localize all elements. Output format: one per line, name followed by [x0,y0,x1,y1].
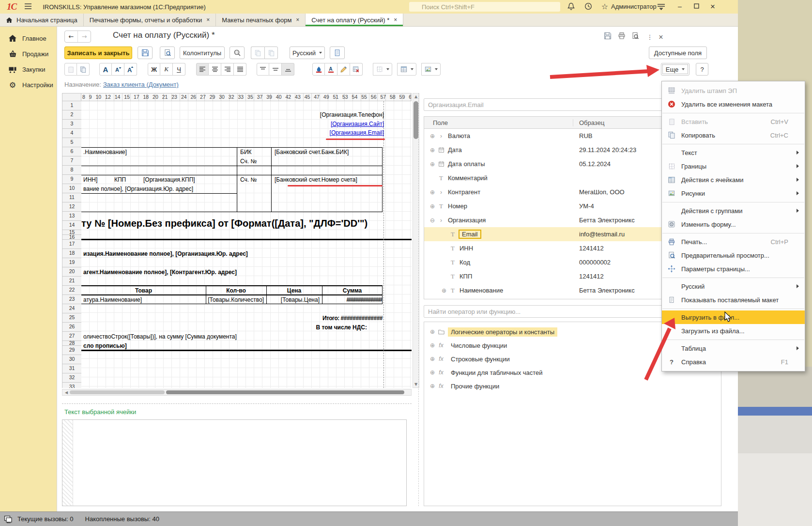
row-header[interactable]: 20 [62,267,81,277]
splitter-horizontal[interactable] [62,403,412,404]
sheet-column-headers[interactable]: 8 9 10 12 14 15 17 18 20 21 23 24 26 27 … [81,93,412,101]
splitter-vertical[interactable] [418,93,419,506]
language-dropdown[interactable]: Русский [290,46,325,59]
save-and-close-button[interactable]: Записать и закрыть [64,46,132,59]
cell-lines-count[interactable]: оличествоСтрок([Товары])], на сумму [Сум… [83,333,237,340]
row-header[interactable]: 33 [62,383,81,388]
field-sample[interactable]: Бетта Электроникс [579,217,635,224]
valign-bottom-button[interactable] [282,63,294,76]
menu-item[interactable]: Действия с ячейками [662,173,805,186]
cell-total[interactable]: Итого: ############## [286,315,383,322]
row-header[interactable]: 32 [62,373,81,383]
row-header[interactable]: 29 [62,346,81,355]
headers-footers-button[interactable]: Колонтитулы [180,46,225,59]
row-header[interactable]: 6 [62,147,81,156]
cell-org-site[interactable]: [Организация.Сайт] [306,121,384,127]
selected-cell-textarea[interactable] [62,419,407,506]
row-header[interactable]: 22 [62,286,81,295]
menu-item[interactable]: Копировать Ctrl+C [662,128,805,142]
expand-icon[interactable]: ⊕ [429,328,436,335]
field-name[interactable]: Контрагент [448,188,480,196]
field-sample[interactable]: Бетта Электроникс [579,287,635,294]
field-name[interactable]: ИНН [460,245,473,252]
help-button[interactable]: ? [696,63,708,76]
function-group-name[interactable]: Числовые функции [448,341,510,350]
tab-close-icon[interactable]: × [394,16,397,23]
print-icon[interactable] [616,32,628,43]
row-header[interactable]: 23 [62,295,81,304]
expand-icon[interactable]: ⊕ [429,342,436,349]
tab[interactable]: Печатные формы, отчеты и обработки × [84,14,216,26]
function-group-name[interactable]: Логические операторы и константы [448,327,557,337]
row-header[interactable]: 30 [62,355,81,364]
expand-icon[interactable]: ⊕ [429,147,436,154]
field-sample[interactable]: 05.12.2024 [579,160,611,168]
tab[interactable]: Счет на оплату (Русский) * × [306,14,403,26]
edit-pencil-button[interactable] [337,63,350,76]
field-sample[interactable]: 1241412 [579,273,604,280]
field-name[interactable]: Номер [448,202,467,210]
sidebar-item[interactable]: Закупки [0,62,57,77]
cell-item-name[interactable]: атура.Наименование] [83,296,142,303]
minimize-button[interactable]: – [674,2,686,12]
cell-bank-name[interactable]: .Наименование] [83,149,127,155]
row-header[interactable]: 1 [62,101,81,110]
italic-button[interactable]: К [160,63,173,76]
row-header[interactable]: 2 [62,110,81,120]
cell-col-price[interactable]: Цена [266,287,322,294]
menu-item[interactable]: Русский [662,279,805,293]
menu-item[interactable]: Таблица [662,341,805,355]
kebab-menu-icon[interactable]: ⋮ [644,32,656,43]
sheet-row-headers[interactable]: 1234567891011121314151617181920212223242… [62,101,81,388]
paste-button[interactable] [64,63,77,76]
expand-icon[interactable]: ⊕ [429,369,436,376]
cell-account-label2[interactable]: Сч. № [240,176,257,183]
row-header[interactable]: 24 [62,304,81,313]
column-field[interactable]: Поле [424,119,573,126]
favorites-star-icon[interactable]: ☆ [600,2,609,11]
menu-item[interactable]: Предварительный просмотр... [662,248,805,262]
valign-top-button[interactable] [257,63,269,76]
function-group-name[interactable]: Строковые функции [448,355,513,364]
decrease-font-button[interactable]: A [112,63,124,76]
field-name[interactable]: Email [459,230,481,239]
field-name[interactable]: Дата [448,146,462,154]
preview-button[interactable] [160,46,175,59]
user-name[interactable]: Администратор [611,3,657,10]
field-name[interactable]: Код [460,259,470,266]
underline-button[interactable]: Ч [173,63,185,76]
copy-style-button[interactable] [251,46,264,59]
cell-kpp-label[interactable]: КПП [114,176,126,183]
cell-account-value[interactable]: [Банковский счет.Номер счета] [275,176,357,183]
menu-item[interactable]: Удалить штамп ЭП [662,84,805,97]
row-header[interactable]: 8 [62,166,81,175]
vertical-scrollbar-thumb[interactable] [414,101,418,139]
history-icon[interactable] [584,2,593,11]
cell-item-qty[interactable]: [Товары.Количество] [206,296,264,303]
field-sample[interactable]: УМ-4 [579,202,594,210]
expand-icon[interactable]: ⊕ [429,203,436,210]
menu-item[interactable]: Вставить Ctrl+V [662,115,805,128]
menu-item[interactable] [662,111,805,115]
row-header[interactable]: 28 [62,341,81,346]
clear-cells-button[interactable] [350,63,363,76]
row-header[interactable]: 10 [62,184,81,193]
cell-col-sum[interactable]: Сумма [322,287,383,294]
menu-item[interactable]: Загрузить из файла... [662,324,805,338]
cell-account-label[interactable]: Сч. № [240,158,257,165]
menu-item[interactable]: Рисунки [662,186,805,200]
zoom-button[interactable] [230,46,245,59]
more-button[interactable]: Еще [661,63,689,76]
expand-icon[interactable]: ⊕ [429,356,436,362]
maximize-button[interactable] [690,2,702,12]
page-view-button[interactable] [330,46,345,59]
cell-customer[interactable]: агент.Наименование полное], [Контрагент.… [83,269,237,276]
expand-icon[interactable]: ⊕ [429,189,436,196]
notifications-bell-icon[interactable] [567,2,575,11]
row-header[interactable]: 19 [62,258,81,267]
align-left-button[interactable] [196,63,209,76]
align-center-button[interactable] [209,63,221,76]
cell-vat[interactable]: В том числе НДС: [270,324,367,331]
cell-bik-value[interactable]: [Банковский счет.Банк.БИК] [275,149,349,155]
menu-item[interactable] [662,307,805,310]
